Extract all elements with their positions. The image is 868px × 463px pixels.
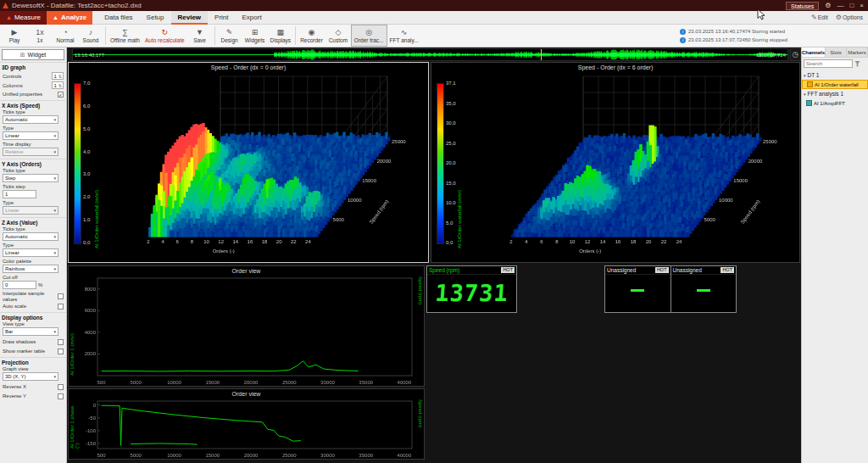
time-display-dropdown[interactable]: Relative▾ xyxy=(3,148,58,156)
graph-view-dropdown[interactable]: 3D (X, Y)▾ xyxy=(3,372,58,381)
design-label: Design xyxy=(220,37,237,43)
reverse-x-checkbox[interactable] xyxy=(58,384,64,390)
order-view-canvas-bottom[interactable] xyxy=(69,398,424,459)
draw-shadows-checkbox[interactable] xyxy=(58,339,64,345)
unassigned-displays: Unassigned HOT Unassigned HOT xyxy=(604,265,737,313)
setting-value: 0 xyxy=(5,282,8,287)
order-view-chart-bottom[interactable]: Order view AI 1/Order 1 phase (°) Speed … xyxy=(68,388,425,460)
offline-math-icon: ∑ xyxy=(122,28,127,36)
timeline-clock-button[interactable]: ◷ xyxy=(790,48,801,61)
tab-review[interactable]: Review xyxy=(171,11,209,25)
design-button[interactable]: ✎Design xyxy=(217,25,242,47)
ticks-step-input[interactable]: 1 xyxy=(3,190,36,198)
section-title: Z Axis (Value) xyxy=(2,219,64,226)
waterfall-chart-right[interactable]: Speed - Order (dx = 6 order) 37,135,030,… xyxy=(431,62,800,263)
type-dropdown[interactable]: Linear▾ xyxy=(3,131,58,140)
widget-button[interactable]: ⊞ Widget xyxy=(2,49,64,60)
offline-math-label: Offline math xyxy=(110,37,140,43)
tab-print[interactable]: Print xyxy=(208,11,235,25)
setting-label: Cut off xyxy=(3,275,64,280)
filter-funnel-icon[interactable] xyxy=(854,61,860,67)
playback-speed-button[interactable]: 1x1x xyxy=(27,25,53,47)
offline-math-button[interactable]: ∑Offline math xyxy=(108,25,142,47)
close-button[interactable]: × xyxy=(860,0,864,11)
channel-icon xyxy=(807,81,813,87)
setting-value: Automatic xyxy=(5,234,28,239)
timeline-start-label: 13:16:40,177 xyxy=(75,53,104,58)
widget-grid-icon: ⊞ xyxy=(20,52,25,59)
info-icon: i xyxy=(680,37,686,43)
color-palette-dropdown[interactable]: Rainbow▾ xyxy=(3,265,58,273)
waterfall-chart-left[interactable]: Speed - Order (dx = 0 order) 7,06,05,04,… xyxy=(68,62,429,263)
play-button[interactable]: ▶Play xyxy=(2,25,27,47)
setting-label: Ticks step xyxy=(3,184,64,189)
view-type-dropdown[interactable]: Bar▾ xyxy=(3,327,58,336)
tree-group-dt-1[interactable]: ▾DT 1 xyxy=(802,70,868,80)
timeline-strip[interactable]: 13:16:40,177 13:17:07,724 xyxy=(72,48,788,61)
settings-gear-icon[interactable]: ⚙ xyxy=(825,0,831,11)
unified-properties-checkbox[interactable]: ✓ xyxy=(58,92,64,98)
setting-ticks-type: Ticks typeAutomatic▾ xyxy=(2,226,64,243)
tree-group-fft-analysis-1[interactable]: ▾FFT analysis 1 xyxy=(802,89,868,98)
tab-markers[interactable]: Markers xyxy=(847,47,868,57)
setting-value: Bar xyxy=(5,329,13,334)
type-dropdown[interactable]: Linear▾ xyxy=(3,248,58,257)
channel-item-ai-1-amplfft[interactable]: AI 1/AmplFFT xyxy=(802,98,868,108)
tab-channels[interactable]: Channels xyxy=(802,47,826,57)
order-tracking-button[interactable]: ◎Order trac... xyxy=(351,25,387,47)
setting-value: 1 xyxy=(5,192,8,197)
auto-recalculate-button[interactable]: ↻Auto recalculate xyxy=(142,25,187,47)
search-input[interactable] xyxy=(804,59,853,68)
waterfall-canvas-right[interactable] xyxy=(431,71,799,262)
speed-digital-display[interactable]: Speed (rpm) HOT 13731 xyxy=(426,265,517,313)
timeline-waveform[interactable] xyxy=(73,49,787,60)
fft-analysis-label: FFT analy... xyxy=(390,37,419,43)
status-log-text: 23.03.2025 13:17:07,72450 Storing stoppe… xyxy=(688,37,787,42)
reverse-y-checkbox[interactable] xyxy=(58,393,64,399)
status-log-entry: i23.03.2025 13:17:07,72450 Storing stopp… xyxy=(680,36,795,44)
columns-stepper[interactable]: 1⇅ xyxy=(52,81,64,89)
replay-mode-button[interactable]: ◔Normal xyxy=(53,25,78,47)
fft-analysis-button[interactable]: ∿FFT analy... xyxy=(387,25,421,47)
tab-export[interactable]: Export xyxy=(236,11,269,25)
waterfall-canvas-left[interactable] xyxy=(69,71,428,262)
displays-button[interactable]: ▦Displays xyxy=(268,25,294,47)
statuses-button[interactable]: Statuses xyxy=(786,2,819,10)
show-marker-table-checkbox[interactable] xyxy=(58,349,64,354)
recorder-button[interactable]: ◉Recorder xyxy=(298,25,326,47)
measure-button[interactable]: ▲ Measure xyxy=(0,11,47,25)
controls-stepper[interactable]: 1⇅ xyxy=(52,72,64,80)
expand-arrow-icon: ▾ xyxy=(804,92,806,97)
toolbar-separator xyxy=(295,26,296,45)
setting-auto-scale: Auto scale xyxy=(2,302,64,311)
tab-slots[interactable]: Slots xyxy=(826,47,847,57)
maximize-button[interactable]: □ xyxy=(849,0,854,11)
unassigned-display[interactable]: Unassigned HOT xyxy=(604,265,671,313)
edit-button[interactable]: ✎Edit xyxy=(811,14,828,21)
chevron-down-icon: ▾ xyxy=(53,208,56,213)
setting-label: Type xyxy=(3,126,64,131)
ticks-type-dropdown[interactable]: Step▾ xyxy=(3,174,58,182)
auto-scale-checkbox[interactable] xyxy=(58,304,64,310)
save-button[interactable]: ▼Save xyxy=(187,25,213,47)
analyze-button[interactable]: ▲ Analyze xyxy=(47,11,92,25)
unassigned-label: Unassigned xyxy=(673,267,702,273)
cut-off-input[interactable]: 0 xyxy=(3,281,36,289)
interpolate-sample-values-checkbox[interactable] xyxy=(58,293,64,299)
unassigned-display[interactable]: Unassigned HOT xyxy=(670,265,737,313)
channel-item-ai-1-order-waterfall[interactable]: AI 1/Order waterfall xyxy=(802,80,868,89)
setting-columns: Columns1⇅ xyxy=(2,81,64,90)
ticks-type-dropdown[interactable]: Automatic▾ xyxy=(3,115,58,124)
widgets-button[interactable]: ⊞Widgets xyxy=(242,25,268,47)
custom-button[interactable]: ◇Custom xyxy=(326,25,351,47)
sound-button[interactable]: ♪Sound xyxy=(78,25,103,47)
tab-data-files[interactable]: Data files xyxy=(97,11,139,25)
panel-section-z-axis-value: Z Axis (Value)Ticks typeAutomatic▾TypeLi… xyxy=(0,217,66,312)
options-button[interactable]: ⚙Options xyxy=(836,14,863,21)
order-view-canvas-top[interactable] xyxy=(69,275,424,386)
type-dropdown[interactable]: Linear▾ xyxy=(3,206,58,215)
ticks-type-dropdown[interactable]: Automatic▾ xyxy=(3,232,58,241)
minimize-button[interactable]: — xyxy=(837,0,843,11)
order-view-chart-top[interactable]: Order view AI 1/Order 1 (m/s²) Speed (rp… xyxy=(68,265,425,387)
tab-setup[interactable]: Setup xyxy=(140,11,171,25)
